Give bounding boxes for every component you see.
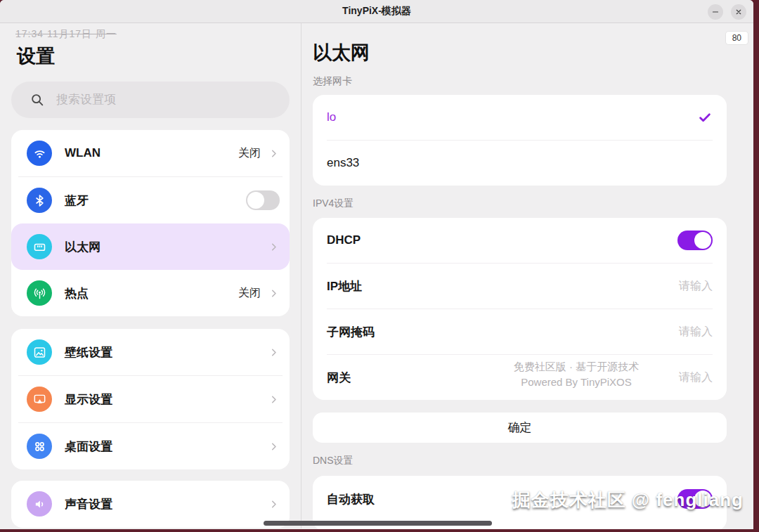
check-icon xyxy=(697,110,713,125)
sidebar-item-label: 桌面设置 xyxy=(65,439,268,455)
status-clock: 17:34 11月17日 周一 xyxy=(15,28,290,40)
desktop-grid-icon xyxy=(27,434,52,459)
sidebar-item-sound[interactable]: 声音设置 xyxy=(11,481,290,527)
app-window: TinyPiX-模拟器 17:34 11月17日 周一 设置 xyxy=(0,0,753,529)
section-label-nic: 选择网卡 xyxy=(313,75,727,87)
section-label-ipv4: IPV4设置 xyxy=(313,197,727,209)
gateway-label: 网关 xyxy=(327,370,351,386)
sidebar-title: 设置 xyxy=(17,46,290,67)
sidebar-item-ethernet[interactable]: 以太网 xyxy=(11,223,290,270)
ethernet-panel: 80 以太网 选择网卡 lo ens33 IPV4设置 DHCP xyxy=(301,23,753,528)
sidebar-group-sound: 声音设置 xyxy=(11,481,290,528)
nic-select-card: lo ens33 xyxy=(313,95,727,186)
sidebar-item-label: 显示设置 xyxy=(65,391,268,408)
close-icon xyxy=(734,8,743,16)
sidebar-group-appearance: 壁纸设置 显示设置 桌面设置 xyxy=(11,329,290,469)
close-button[interactable] xyxy=(731,4,746,20)
nic-option-label: lo xyxy=(327,110,336,124)
titlebar: TinyPiX-模拟器 xyxy=(0,0,753,23)
search-bar[interactable] xyxy=(11,82,290,118)
window-controls xyxy=(708,4,746,20)
window-title: TinyPiX-模拟器 xyxy=(342,5,411,18)
search-input[interactable] xyxy=(56,93,275,107)
minimize-button[interactable] xyxy=(708,4,723,20)
sidebar-item-label: WLAN xyxy=(65,146,238,160)
chevron-right-icon xyxy=(268,441,280,453)
sidebar-item-label: 声音设置 xyxy=(65,496,268,512)
sound-icon xyxy=(27,491,52,517)
settings-sidebar: 17:34 11月17日 周一 设置 WLAN 关闭 xyxy=(0,23,301,528)
sidebar-item-label: 蓝牙 xyxy=(65,193,246,209)
nic-option-label: ens33 xyxy=(327,156,359,170)
dns-auto-toggle[interactable] xyxy=(677,489,713,509)
chevron-right-icon xyxy=(268,346,280,358)
chevron-right-icon xyxy=(268,148,280,160)
confirm-button[interactable]: 确定 xyxy=(313,413,727,443)
nic-option-lo[interactable]: lo xyxy=(313,95,727,140)
wallpaper-icon xyxy=(27,339,52,365)
sidebar-item-value: 关闭 xyxy=(238,146,261,161)
dhcp-toggle[interactable] xyxy=(677,231,713,250)
chevron-right-icon xyxy=(268,287,280,299)
ip-address-placeholder: 请输入 xyxy=(679,279,713,294)
chevron-right-icon xyxy=(268,394,280,406)
horizontal-scrollbar[interactable] xyxy=(264,521,492,526)
ip-address-label: IP地址 xyxy=(327,278,362,294)
subnet-mask-label: 子网掩码 xyxy=(327,324,375,340)
ip-address-field[interactable]: IP地址 请输入 xyxy=(313,264,727,309)
hotspot-icon xyxy=(27,280,52,306)
ethernet-icon xyxy=(27,234,52,259)
chevron-right-icon xyxy=(268,498,280,510)
status-badge: 80 xyxy=(726,32,748,44)
page-title: 以太网 xyxy=(313,42,727,64)
gateway-field[interactable]: 网关 请输入 xyxy=(313,355,727,400)
sidebar-item-label: 热点 xyxy=(65,285,238,301)
sidebar-item-wallpaper[interactable]: 壁纸设置 xyxy=(11,329,290,375)
sidebar-item-label: 以太网 xyxy=(65,239,268,255)
sidebar-item-bluetooth[interactable]: 蓝牙 xyxy=(11,177,290,223)
sidebar-item-wlan[interactable]: WLAN 关闭 xyxy=(11,130,290,176)
section-label-dns: DNS设置 xyxy=(313,455,727,467)
chevron-right-icon xyxy=(268,241,280,253)
display-icon xyxy=(27,387,52,412)
bluetooth-icon xyxy=(27,188,52,213)
sidebar-item-label: 壁纸设置 xyxy=(65,344,268,361)
sidebar-item-hotspot[interactable]: 热点 关闭 xyxy=(11,270,290,316)
bluetooth-toggle[interactable] xyxy=(246,190,280,210)
sidebar-item-value: 关闭 xyxy=(238,286,261,301)
sidebar-item-desktop[interactable]: 桌面设置 xyxy=(11,423,290,469)
dhcp-label: DHCP xyxy=(327,233,361,247)
search-icon xyxy=(30,92,45,108)
dhcp-row: DHCP xyxy=(313,218,727,263)
dns-auto-label: 自动获取 xyxy=(327,491,375,507)
wifi-icon xyxy=(27,141,52,166)
ipv4-card: DHCP IP地址 请输入 子网掩码 请输入 网关 请输入 xyxy=(313,218,727,400)
subnet-mask-placeholder: 请输入 xyxy=(679,325,713,339)
sidebar-item-display[interactable]: 显示设置 xyxy=(11,376,290,422)
nic-option-ens33[interactable]: ens33 xyxy=(313,141,727,186)
minimize-icon xyxy=(711,8,720,16)
sidebar-group-network: WLAN 关闭 蓝牙 以太网 xyxy=(11,130,290,316)
subnet-mask-field[interactable]: 子网掩码 请输入 xyxy=(313,309,727,354)
dns-auto-row: 自动获取 xyxy=(313,476,727,522)
gateway-placeholder: 请输入 xyxy=(679,370,713,385)
